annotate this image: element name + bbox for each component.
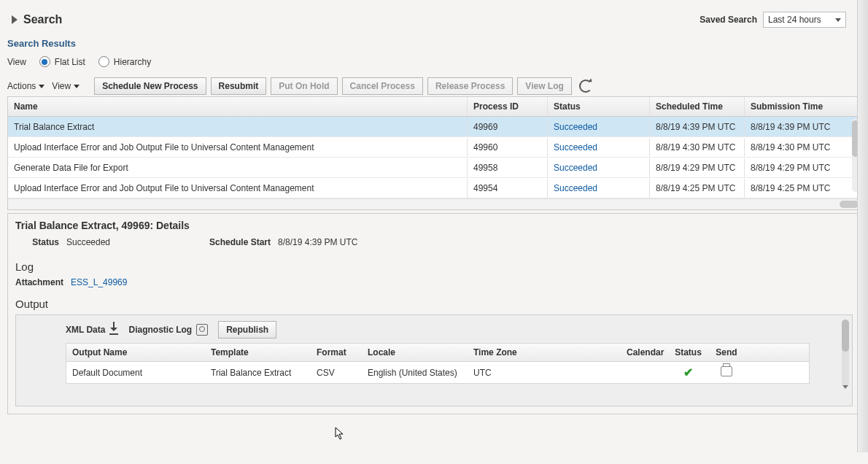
cell-status: Succeeded <box>548 117 650 136</box>
radio-hierarchy[interactable]: Hierarchy <box>98 56 151 67</box>
cell-scheduled: 8/8/19 4:29 PM UTC <box>650 158 745 177</box>
cell-submission: 8/8/19 4:29 PM UTC <box>745 158 840 177</box>
cell-name: Upload Interface Error and Job Output Fi… <box>8 179 468 198</box>
attachment-label: Attachment <box>15 277 63 287</box>
printer-icon <box>721 366 732 376</box>
details-status-value: Succeeded <box>66 237 110 247</box>
radio-icon <box>98 56 109 67</box>
view-label: View <box>7 57 26 67</box>
cancel-process-button[interactable]: Cancel Process <box>342 77 423 95</box>
cell-name: Generate Data File for Export <box>8 158 468 177</box>
cell-status: Succeeded <box>548 138 650 157</box>
cell-process-id: 49954 <box>468 179 548 198</box>
col-submission-time[interactable]: Submission Time <box>745 97 840 116</box>
cell-template: Trial Balance Extract <box>205 364 311 382</box>
table-row[interactable]: Generate Data File for Export49958Succee… <box>8 158 860 178</box>
diagnostic-log-link[interactable]: Diagnostic Log <box>128 325 192 335</box>
actions-menu[interactable]: Actions <box>7 81 44 91</box>
status-link[interactable]: Succeeded <box>554 142 597 152</box>
view-menu[interactable]: View <box>52 81 80 91</box>
output-table: Output Name Template Format Locale Time … <box>66 343 810 384</box>
cell-format: CSV <box>311 364 362 382</box>
cell-scheduled: 8/8/19 4:30 PM UTC <box>650 138 745 157</box>
put-on-hold-button[interactable]: Put On Hold <box>271 77 337 95</box>
search-title: Search <box>23 13 62 26</box>
ocol-format[interactable]: Format <box>311 344 362 361</box>
table-h-scrollbar[interactable] <box>8 198 860 209</box>
release-process-button[interactable]: Release Process <box>427 77 513 95</box>
attachment-link[interactable]: ESS_L_49969 <box>71 277 127 287</box>
ocol-status[interactable]: Status <box>668 344 708 361</box>
view-log-button[interactable]: View Log <box>517 77 571 95</box>
saved-search-label: Saved Search <box>700 15 757 25</box>
cell-submission: 8/8/19 4:25 PM UTC <box>745 179 840 198</box>
ocol-locale[interactable]: Locale <box>362 344 468 361</box>
check-icon: ✔ <box>683 366 693 379</box>
resubmit-button[interactable]: Resubmit <box>211 77 267 95</box>
status-link[interactable]: Succeeded <box>554 163 597 173</box>
chevron-down-icon <box>835 18 841 22</box>
republish-button[interactable]: Republish <box>218 321 276 339</box>
details-title: Trial Balance Extract, 49969: Details <box>15 220 853 231</box>
log-title: Log <box>15 260 853 273</box>
cell-output-name: Default Document <box>66 364 205 382</box>
chevron-down-icon <box>74 85 80 88</box>
col-name[interactable]: Name <box>8 97 468 116</box>
col-scheduled-time[interactable]: Scheduled Time <box>650 97 745 116</box>
col-process-id[interactable]: Process ID <box>468 97 548 116</box>
cell-locale: English (United States) <box>362 364 468 382</box>
radio-flat-list-label: Flat List <box>55 57 85 67</box>
cell-timezone: UTC <box>468 364 621 382</box>
ocol-calendar[interactable]: Calendar <box>621 344 668 361</box>
cell-scheduled: 8/8/19 4:39 PM UTC <box>650 117 745 136</box>
status-link[interactable]: Succeeded <box>554 122 597 132</box>
details-schedule-label: Schedule Start <box>198 237 271 247</box>
chevron-down-icon <box>39 85 44 88</box>
mouse-cursor-icon <box>335 427 345 440</box>
table-row[interactable]: Upload Interface Error and Job Output Fi… <box>8 137 860 158</box>
ocol-template[interactable]: Template <box>205 344 311 361</box>
diagnostic-icon[interactable] <box>196 324 208 336</box>
output-title: Output <box>15 298 853 310</box>
search-results-title: Search Results <box>7 38 861 49</box>
cell-send[interactable] <box>708 363 745 382</box>
cell-name: Upload Interface Error and Job Output Fi… <box>8 138 468 157</box>
table-scrollbar[interactable] <box>852 119 859 192</box>
cell-submission: 8/8/19 4:39 PM UTC <box>745 117 840 136</box>
radio-flat-list[interactable]: Flat List <box>39 56 85 67</box>
refresh-icon[interactable] <box>579 80 592 93</box>
cell-process-id: 49960 <box>468 138 548 157</box>
status-link[interactable]: Succeeded <box>554 183 597 193</box>
cell-calendar <box>621 369 668 376</box>
cell-process-id: 49958 <box>468 158 548 177</box>
cell-scheduled: 8/8/19 4:25 PM UTC <box>650 179 745 198</box>
search-disclosure[interactable]: Search <box>12 13 62 26</box>
ocol-output-name[interactable]: Output Name <box>66 344 205 361</box>
ocol-send[interactable]: Send <box>708 344 745 361</box>
saved-search-select[interactable]: Last 24 hours <box>763 12 846 28</box>
triangle-right-icon <box>12 15 18 24</box>
details-status-label: Status <box>15 237 59 247</box>
cell-status: ✔ <box>668 362 708 383</box>
download-icon[interactable] <box>109 325 118 335</box>
cell-status: Succeeded <box>548 158 650 177</box>
xml-data-link[interactable]: XML Data <box>66 325 105 335</box>
ocol-timezone[interactable]: Time Zone <box>468 344 621 361</box>
output-scrollbar[interactable] <box>842 320 849 387</box>
cell-process-id: 49969 <box>468 117 548 136</box>
process-table: Name Process ID Status Scheduled Time Su… <box>7 96 861 210</box>
schedule-new-process-button[interactable]: Schedule New Process <box>94 77 206 95</box>
radio-hierarchy-label: Hierarchy <box>114 57 151 67</box>
details-schedule-value: 8/8/19 4:39 PM UTC <box>278 237 357 247</box>
col-status[interactable]: Status <box>548 97 650 116</box>
cell-submission: 8/8/19 4:30 PM UTC <box>745 138 840 157</box>
saved-search-value: Last 24 hours <box>768 15 821 25</box>
output-row[interactable]: Default Document Trial Balance Extract C… <box>66 362 809 383</box>
cell-name: Trial Balance Extract <box>8 117 468 136</box>
table-row[interactable]: Upload Interface Error and Job Output Fi… <box>8 178 860 198</box>
table-row[interactable]: Trial Balance Extract49969Succeeded8/8/1… <box>8 117 860 137</box>
radio-icon <box>39 56 50 67</box>
cell-status: Succeeded <box>548 179 650 198</box>
page-scrollbar-thumb[interactable] <box>859 3 867 47</box>
